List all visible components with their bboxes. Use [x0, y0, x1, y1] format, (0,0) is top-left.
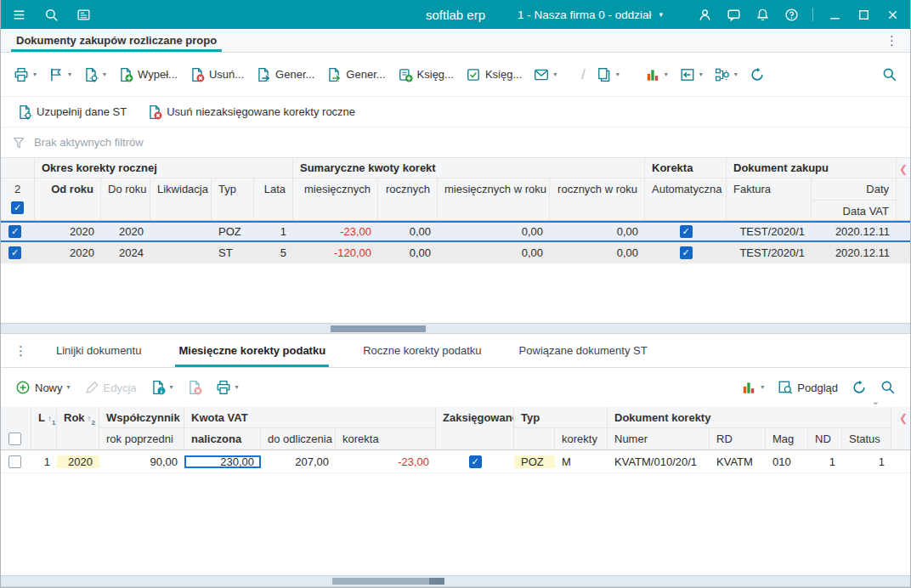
automatyczna-checkbox[interactable]: ✓	[680, 225, 693, 238]
table-row[interactable]: ✓ 2020 2020 POZ 1 -23,00 0,00 0,00 0,00 …	[1, 221, 910, 242]
chat-icon[interactable]	[722, 3, 744, 25]
column-header-status[interactable]: Status	[842, 428, 891, 449]
minimize-icon[interactable]	[823, 3, 846, 25]
column-header-do-roku[interactable]: Do roku	[101, 178, 150, 220]
chevron-down-icon: ▾	[33, 71, 37, 78]
cell-nd: 1	[808, 455, 842, 468]
column-header-rok-poprzedni[interactable]: rok poprzedni	[99, 428, 184, 449]
tab-powiazane-dokumenty-st[interactable]: Powiązane dokumenty ST	[519, 334, 648, 367]
column-header-rok[interactable]: Rok↑2	[57, 407, 99, 428]
table-row[interactable]: ✓ 2020 2024 ST 5 -120,00 0,00 0,00 0,00 …	[1, 242, 910, 263]
copy-button[interactable]: ▾	[591, 62, 625, 88]
user-icon[interactable]	[693, 3, 716, 25]
column-header-numer[interactable]: Numer	[608, 428, 710, 449]
row-checkbox[interactable]	[8, 455, 21, 468]
select-all-checkbox[interactable]: ✓	[11, 201, 24, 214]
column-header-automatyczna[interactable]: Automatyczna	[645, 178, 727, 220]
column-header-nd[interactable]: ND	[808, 428, 842, 449]
scroll-left-icon[interactable]: ❮	[899, 413, 908, 423]
group-header-kwota-vat[interactable]: Kwota VAT	[184, 407, 436, 428]
cell-naliczona-focused[interactable]: 230,00	[184, 455, 261, 468]
nowy-button[interactable]: Nowy ▾	[9, 375, 76, 400]
select-all-checkbox[interactable]	[8, 433, 21, 445]
detail-table-row[interactable]: 1 2020 90,00 230,00 207,00 -23,00 ✓ POZ …	[1, 450, 910, 473]
row-checkbox[interactable]: ✓	[8, 225, 21, 238]
group-header-wspolczynnik[interactable]: Współczynnik	[99, 407, 184, 428]
zaksiegowane-checkbox[interactable]: ✓	[469, 455, 482, 468]
company-selector[interactable]: 1 - Nasza firma 0 - oddział ▾	[518, 8, 663, 21]
column-header-korekty[interactable]: korekty	[555, 428, 608, 449]
column-header-l[interactable]: L↑1	[31, 407, 57, 428]
close-icon[interactable]	[881, 3, 903, 25]
column-header-miesiecznych[interactable]: miesięcznych	[293, 178, 378, 220]
automatyczna-checkbox[interactable]: ✓	[680, 246, 693, 259]
column-header-rocznych[interactable]: rocznych	[378, 178, 438, 220]
edycja-button[interactable]: Edycja	[78, 375, 143, 400]
tab-roczne-korekty-podatku[interactable]: Roczne korekty podatku	[363, 334, 481, 367]
usun-button[interactable]: Usuń...	[184, 62, 250, 88]
tab-kebab-menu-icon[interactable]: ⋮	[874, 33, 910, 48]
scrollbar-thumb[interactable]	[331, 325, 426, 332]
scrollbar-grip[interactable]	[429, 578, 444, 585]
column-header-rocznych-w-roku[interactable]: rocznych w roku	[550, 178, 645, 220]
uzupelnij-dane-st-button[interactable]: Uzupełnij dane ST	[11, 99, 133, 125]
generuj-button-1[interactable]: Gener...	[250, 62, 320, 88]
column-header-faktura[interactable]: Faktura	[727, 178, 812, 220]
print-button[interactable]: ▾	[8, 62, 42, 88]
search-button[interactable]	[876, 62, 903, 88]
export-button[interactable]: ▾	[674, 62, 709, 88]
usun-niezaksiegowane-korekty-button[interactable]: Usuń niezaksięgowane korekty roczne	[141, 99, 361, 125]
column-header-typ[interactable]: Typ	[212, 178, 254, 220]
flag-button[interactable]: ▾	[42, 62, 77, 88]
refresh-button[interactable]	[744, 62, 771, 88]
horizontal-scrollbar[interactable]	[1, 575, 910, 587]
wypelnij-button[interactable]: Wypeł...	[112, 62, 184, 88]
detail-toolbar: Nowy ▾ Edycja ▾ ▾ ▾ Podgląd	[1, 368, 910, 407]
ksieguj-button-1[interactable]: Księg...	[392, 62, 460, 88]
column-header-lata[interactable]: Lata	[254, 178, 293, 220]
generuj-button-2[interactable]: Gener...	[320, 62, 391, 88]
process-button[interactable]: ▾	[709, 62, 744, 88]
separator-icon: /	[576, 67, 590, 82]
podglad-button[interactable]: Podgląd	[772, 375, 844, 400]
chart-button[interactable]: ▾	[639, 62, 674, 88]
cell-od-roku: 2020	[35, 246, 101, 259]
column-header-mag[interactable]: Mag	[766, 428, 808, 449]
funnel-icon[interactable]	[12, 136, 25, 150]
delete-correction-button[interactable]	[181, 375, 208, 400]
column-header-likwidacja[interactable]: Likwidacja	[150, 178, 212, 220]
column-header-korekta[interactable]: korekta	[336, 428, 436, 449]
collapse-panel-icon[interactable]: ⌄	[872, 397, 880, 406]
horizontal-scrollbar[interactable]	[1, 323, 910, 334]
scrollbar-thumb[interactable]	[332, 578, 444, 585]
column-header-od-roku[interactable]: Od roku	[35, 178, 101, 220]
send-button[interactable]: ▾	[528, 62, 563, 88]
document-settings-button[interactable]: ▾	[77, 62, 112, 88]
column-header-zaksiegowane[interactable]: Zaksięgowane	[436, 407, 514, 428]
group-header-dokument-korekty[interactable]: Dokument korekty	[608, 407, 891, 428]
group-header-typ[interactable]: Typ	[514, 407, 608, 428]
column-header-daty[interactable]: Daty Data VAT	[812, 178, 897, 220]
row-checkbox[interactable]: ✓	[8, 246, 21, 259]
column-header-naliczona[interactable]: naliczona	[184, 428, 261, 449]
refresh-button[interactable]	[846, 375, 873, 400]
tab-dokumenty-zakupow[interactable]: Dokumenty zakupów rozliczane propo	[11, 29, 222, 52]
print-button[interactable]: ▾	[210, 375, 245, 400]
maximize-icon[interactable]	[852, 3, 874, 25]
document-info-button[interactable]: ▾	[144, 375, 179, 400]
menu-icon[interactable]	[8, 3, 30, 25]
ksieguj-button-2[interactable]: Księg...	[460, 62, 528, 88]
scroll-left-icon[interactable]: ❮	[899, 164, 908, 174]
tab-linijki-dokumentu[interactable]: Linijki dokumentu	[56, 334, 141, 367]
column-header-rd[interactable]: RD	[710, 428, 766, 449]
chevron-down-icon: ▾	[68, 71, 71, 78]
detail-kebab-menu-icon[interactable]: ⋮	[8, 343, 37, 359]
column-header-do-odliczenia[interactable]: do odliczenia	[261, 428, 336, 449]
column-header-miesiecznych-w-roku[interactable]: miesięcznych w roku	[438, 178, 550, 220]
bell-icon[interactable]	[751, 3, 773, 25]
window-list-icon[interactable]	[72, 3, 94, 25]
help-icon[interactable]	[780, 3, 802, 25]
chart-button[interactable]: ▾	[735, 375, 770, 400]
tab-miesieczne-korekty-podatku[interactable]: Miesięczne korekty podatku	[178, 334, 325, 367]
search-icon[interactable]	[40, 3, 62, 25]
